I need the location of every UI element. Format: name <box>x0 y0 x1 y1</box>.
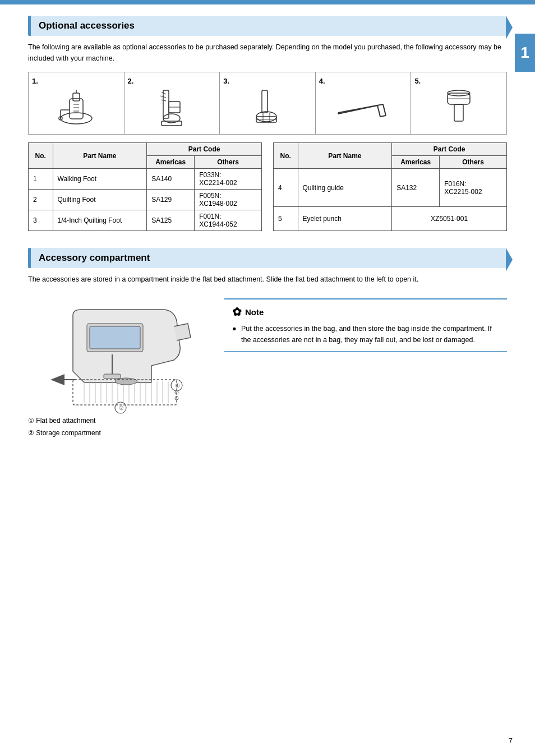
illus-item-3: 3. <box>220 72 316 134</box>
illus-img-3 <box>245 87 290 130</box>
svg-rect-37 <box>104 374 121 379</box>
table-row: 5 Eyelet punch XZ5051-001 <box>274 207 507 231</box>
svg-rect-18 <box>262 90 268 113</box>
note-icon: ✿ <box>232 305 242 319</box>
illus-item-1: 1. <box>29 72 124 134</box>
svg-marker-39 <box>50 374 64 385</box>
svg-rect-2 <box>73 93 80 101</box>
svg-point-0 <box>61 113 92 124</box>
illus-img-2 <box>149 87 194 130</box>
table-row: 1 Walking Foot SA140 F033N:XC2214-002 <box>29 169 262 190</box>
accessory-compartment-intro: The accessories are stored in a compartm… <box>28 274 507 285</box>
col-others-right: Others <box>440 156 507 169</box>
svg-line-26 <box>380 116 386 117</box>
top-bar <box>0 0 535 4</box>
note-text: Put the accessories in the bag, and then… <box>232 323 499 345</box>
svg-line-27 <box>377 105 380 117</box>
accessory-compartment-header: Accessory compartment <box>28 248 507 268</box>
illus-img-1 <box>54 87 99 130</box>
col-partcode-left: Part Code <box>147 143 262 156</box>
col-others-left: Others <box>195 156 262 169</box>
svg-line-14 <box>162 92 166 94</box>
caption-1: ① Flat bed attachment <box>28 415 207 427</box>
col-partname-left: Part Name <box>53 143 147 169</box>
table-row: 3 1/4-Inch Quilting Foot SA125 F001N:XC1… <box>29 210 262 231</box>
svg-rect-1 <box>70 99 83 119</box>
svg-rect-31 <box>454 104 463 121</box>
compartment-left: ① ② <box>28 293 207 439</box>
compartment-body: ① ② <box>28 293 507 439</box>
section-title-2: Accessory compartment <box>39 252 150 264</box>
svg-point-38 <box>115 378 137 385</box>
col-no-right: No. <box>274 143 298 169</box>
note-title: ✿ Note <box>232 305 499 319</box>
section-title: Optional accessories <box>39 20 135 31</box>
illus-img-5 <box>436 87 481 130</box>
svg-rect-17 <box>162 121 182 126</box>
col-no-left: No. <box>29 143 53 169</box>
svg-text:①: ① <box>175 382 180 389</box>
chapter-tab: 1 <box>515 34 535 72</box>
compartment-right: ✿ Note Put the accessories in the bag, a… <box>224 293 507 439</box>
illus-img-4 <box>333 87 394 130</box>
optional-accessories-header: Optional accessories <box>28 16 507 36</box>
optional-accessories-intro: The following are available as optional … <box>28 42 507 64</box>
svg-line-16 <box>162 100 166 101</box>
parts-tables: No. Part Name Part Code Americas Others … <box>28 142 507 231</box>
parts-table-right: No. Part Name Part Code Americas Others … <box>273 142 507 231</box>
svg-rect-35 <box>90 326 140 349</box>
illus-item-2: 2. <box>124 72 220 134</box>
col-partcode-right: Part Code <box>392 143 507 156</box>
illus-item-5: 5. <box>411 72 506 134</box>
table-row: 4 Quilting guide SA132 F016N:XC2215-002 <box>274 169 507 207</box>
caption-list: ① Flat bed attachment ② Storage compartm… <box>28 415 207 439</box>
page-number: 7 <box>509 736 513 745</box>
note-box: ✿ Note Put the accessories in the bag, a… <box>224 298 507 352</box>
svg-line-28 <box>338 105 377 114</box>
table-row: 2 Quilting Foot SA129 F005N:XC1948-002 <box>29 190 262 210</box>
caption-2: ② Storage compartment <box>28 427 207 440</box>
illus-item-4: 4. <box>316 72 412 134</box>
col-partname-right: Part Name <box>298 143 392 169</box>
accessories-illustrations: 1. 2. <box>28 72 507 135</box>
col-americas-left: Americas <box>147 156 195 169</box>
col-americas-right: Americas <box>392 156 440 169</box>
parts-table-left: No. Part Name Part Code Americas Others … <box>28 142 262 231</box>
page-content: Optional accessories The following are a… <box>0 4 535 462</box>
machine-illustration: ① ② <box>39 293 196 411</box>
svg-line-25 <box>383 104 386 116</box>
svg-text:②: ② <box>119 405 124 411</box>
